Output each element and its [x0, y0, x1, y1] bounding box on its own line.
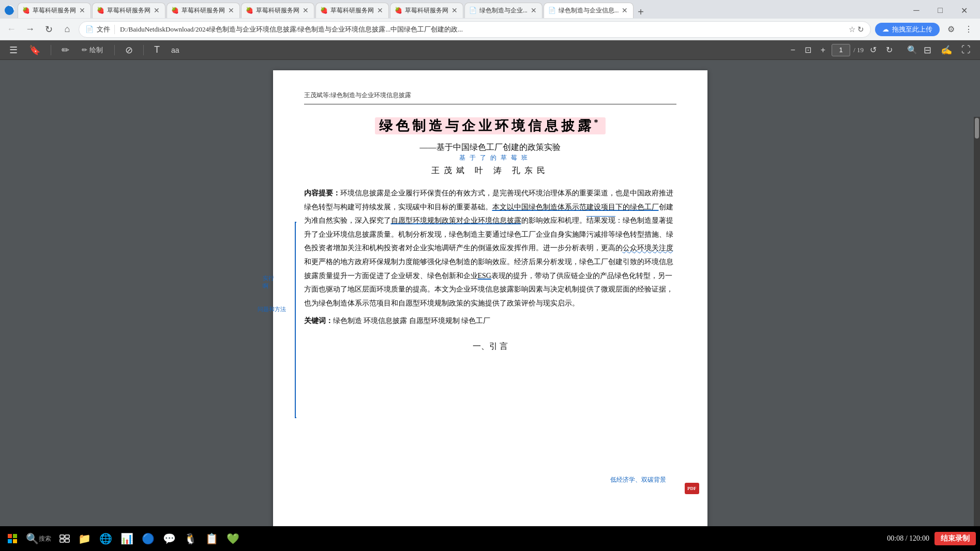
tab-close-2[interactable]: ✕	[153, 5, 161, 16]
toolbar-separator-2	[114, 45, 115, 55]
paper-authors: 王茂斌 叶 涛 孔东民 基于了的草莓班	[304, 165, 676, 176]
tab-favicon-4: 🍓	[246, 7, 254, 15]
taskbar: 🔍 搜索 📁 🌐 📊 🔵 💬 🐧 📋 💚 00:08 / 120:00 结束录制	[0, 526, 980, 551]
svg-rect-2	[13, 534, 17, 538]
pdf-zoom-in[interactable]: +	[818, 44, 828, 56]
pdf-scrollbar[interactable]	[974, 117, 980, 546]
pdf-fit-btn[interactable]: ⊡	[802, 44, 815, 56]
keywords-line: 关键词：绿色制造 环境信息披露 自愿型环境规制 绿色工厂	[304, 316, 676, 326]
pdf-search-button[interactable]: 🔍	[907, 45, 917, 55]
pdf-pen-btn[interactable]: ✏	[58, 43, 72, 57]
tab-label-1: 草莓科研服务网	[33, 7, 76, 14]
app7-button[interactable]: 💚	[223, 530, 243, 547]
tab-1[interactable]: 🍓 草莓科研服务网 ✕	[18, 3, 91, 18]
abstract-label: 内容提要：	[304, 189, 340, 197]
tab-close-1[interactable]: ✕	[78, 5, 86, 16]
task-view-button[interactable]	[56, 532, 73, 545]
tab-favicon-6: 🍓	[395, 7, 403, 15]
refresh-addr-button[interactable]: ↻	[857, 25, 864, 34]
taskbar-right: 00:08 / 120:00 结束录制	[887, 532, 976, 545]
svg-rect-7	[60, 539, 64, 542]
abstract-area: 内容提要：环境信息披露是企业履行环保责任的有效方式，是完善现代环境治理体系的重要…	[304, 187, 676, 310]
paper-title: 绿色制造与企业环境信息披露*	[375, 117, 606, 134]
close-button[interactable]: ✕	[952, 2, 976, 19]
pdf-viewing-area: 王茂斌等:绿色制造与企业环境信息披露 绿色制造与企业环境信息披露* ——基于中国…	[0, 60, 980, 546]
tab-5[interactable]: 🍓 草莓科研服务网 ✕	[315, 3, 389, 18]
page-header-text: 王茂斌等:绿色制造与企业环境信息披露	[304, 91, 411, 99]
page-header: 王茂斌等:绿色制造与企业环境信息披露	[304, 91, 676, 104]
tab-close-5[interactable]: ✕	[376, 5, 384, 16]
app6-button[interactable]: 📋	[202, 530, 221, 547]
penguin-button[interactable]: 🐧	[181, 530, 200, 547]
pdf-rotate-right[interactable]: ↻	[883, 44, 896, 56]
edge-button[interactable]: 🌐	[96, 530, 115, 547]
tab-close-4[interactable]: ✕	[301, 5, 310, 16]
start-button[interactable]	[4, 531, 21, 546]
forward-button[interactable]: →	[23, 22, 37, 37]
tab-favicon-3: 🍓	[171, 7, 179, 15]
pdf-toolbar: ☰ 🔖 ✏ ✏ 绘制 ⊘ T aa − ⊡ + 1 / 19 ↺ ↻ 🔍 ⊟ ✍…	[0, 40, 980, 60]
draw-icon: ✏	[82, 46, 87, 54]
back-button[interactable]: ←	[4, 22, 19, 37]
search-taskbar-button[interactable]: 🔍 搜索	[23, 530, 54, 547]
tab-3[interactable]: 🍓 草莓科研服务网 ✕	[167, 3, 240, 18]
pdf-sidebar-toggle[interactable]: ☰	[6, 43, 21, 57]
settings-button[interactable]: ⋮	[961, 22, 976, 37]
pdf-right-tools: 🔍 ⊟ ✍ ⛶	[907, 43, 974, 57]
pdf-draw-label[interactable]: ✏ 绘制	[78, 44, 107, 56]
tab-2[interactable]: 🍓 草莓科研服务网 ✕	[92, 3, 165, 18]
home-button[interactable]: ⌂	[60, 22, 74, 37]
excel-button[interactable]: 📊	[117, 530, 137, 547]
bookmark-button[interactable]: ☆	[849, 25, 855, 34]
tab-4[interactable]: 🍓 草莓科研服务网 ✕	[241, 3, 314, 18]
pdf-screenshot-btn[interactable]: ⊟	[921, 43, 934, 57]
pdf-text-btn[interactable]: T	[151, 43, 163, 57]
ie-button[interactable]: 🔵	[139, 530, 158, 547]
keywords-text: 绿色制造 环境信息披露 自愿型环境规制 绿色工厂	[333, 317, 491, 325]
tab-favicon-2: 🍓	[97, 7, 105, 15]
file-explorer-button[interactable]: 📁	[75, 530, 94, 547]
tab-close-7[interactable]: ✕	[530, 5, 538, 16]
extensions-button[interactable]: ⚙	[944, 22, 958, 37]
pdf-scrollbar-thumb[interactable]	[975, 118, 979, 139]
tab-close-8[interactable]: ✕	[621, 5, 629, 16]
tab-6[interactable]: 🍓 草莓科研服务网 ✕	[390, 3, 463, 18]
toolbar-separator-3	[143, 45, 144, 55]
tab-favicon-7: 📄	[469, 7, 477, 15]
tab-bar: 🍓 草莓科研服务网 ✕ 🍓 草莓科研服务网 ✕ 🍓 草莓科研服务网 ✕ 🍓 草莓…	[18, 3, 904, 18]
abstract-body: 环境信息披露是企业履行环保责任的有效方式，是完善现代环境治理体系的重要渠道，也是…	[304, 189, 673, 307]
tab-close-6[interactable]: ✕	[450, 5, 459, 16]
pdf-bookmark-btn[interactable]: 🔖	[26, 43, 43, 57]
pdf-zoom-out[interactable]: −	[787, 44, 798, 56]
stop-recording-button[interactable]: 结束录制	[934, 532, 976, 545]
pdf-font-btn[interactable]: aa	[168, 44, 183, 56]
pdf-eraser-btn[interactable]: ⊘	[122, 43, 136, 57]
url-text: D:/BaiduNetdiskDownload/2024绿色制造与企业环境信息披…	[120, 25, 846, 34]
new-tab-button[interactable]: +	[635, 6, 647, 18]
tab-7[interactable]: 📄 绿色制造与企业... ✕	[464, 3, 542, 18]
pdf-page-input[interactable]: 1	[832, 44, 850, 56]
paper-title-area: 绿色制造与企业环境信息披露*	[304, 117, 676, 135]
annotation-left-2: 问题和方法	[258, 305, 286, 313]
browser-right-controls: ⚙ ⋮	[944, 22, 976, 37]
address-bar[interactable]: 📄 文件 D:/BaiduNetdiskDownload/2024绿色制造与企业…	[79, 21, 871, 38]
pdf-page-controls: − ⊡ + 1 / 19 ↺ ↻	[787, 44, 896, 56]
browser-navigation: ← → ↻ ⌂ 📄 文件 D:/BaiduNetdiskDownload/202…	[0, 19, 980, 40]
minimize-button[interactable]: ─	[904, 2, 928, 19]
pdf-icon-corner[interactable]: PDF	[685, 483, 699, 494]
tab-8[interactable]: 📄 绿色制造与企业信息... ✕	[544, 3, 634, 18]
pdf-fullscreen-btn[interactable]: ⛶	[958, 43, 974, 57]
window-controls: ─ □ ✕	[904, 2, 976, 19]
annotation-bottom: 低经济学、双碳背景	[610, 476, 666, 484]
upload-button[interactable]: ☁ 拖拽至此上传	[875, 23, 940, 36]
pdf-rotate-left[interactable]: ↺	[867, 44, 880, 56]
refresh-button[interactable]: ↻	[41, 22, 56, 37]
maximize-button[interactable]: □	[928, 2, 952, 19]
tab-close-3[interactable]: ✕	[227, 5, 235, 16]
pdf-sign-btn[interactable]: ✍	[938, 43, 955, 57]
tab-label-2: 草莓科研服务网	[107, 7, 150, 14]
annotation-left-1: 实行啊	[263, 274, 274, 290]
teams-button[interactable]: 💬	[160, 530, 179, 547]
svg-rect-8	[65, 539, 69, 542]
toolbar-separator-1	[51, 45, 51, 55]
